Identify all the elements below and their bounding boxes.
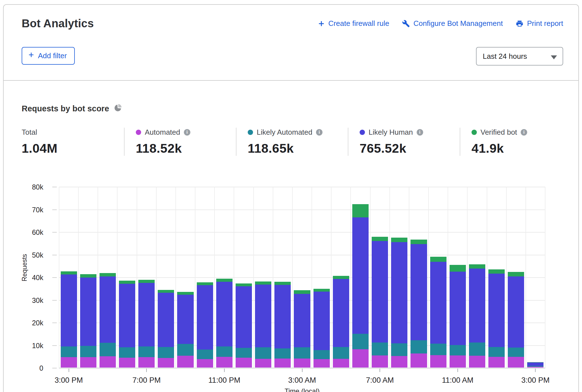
bar-segment-automated[interactable] xyxy=(119,358,135,368)
bar-300am[interactable] xyxy=(294,290,310,368)
bar-segment-automated[interactable] xyxy=(197,359,213,368)
bar-segment-likely-automated[interactable] xyxy=(138,346,155,357)
bar-segment-verified-bot[interactable] xyxy=(410,240,427,244)
bar-segment-likely-human[interactable] xyxy=(508,276,524,348)
bar-segment-likely-human[interactable] xyxy=(527,362,543,366)
bar-segment-verified-bot[interactable] xyxy=(469,264,485,269)
bar-segment-verified-bot[interactable] xyxy=(100,273,116,276)
bar-segment-automated[interactable] xyxy=(313,359,330,368)
bar-800am[interactable] xyxy=(391,238,407,368)
bar-segment-verified-bot[interactable] xyxy=(119,281,135,284)
bar-segment-automated[interactable] xyxy=(216,357,233,368)
bar-segment-verified-bot[interactable] xyxy=(391,238,407,242)
bar-segment-automated[interactable] xyxy=(352,349,369,368)
bar-400pm[interactable] xyxy=(80,274,96,368)
bar-segment-automated[interactable] xyxy=(80,357,96,368)
bar-segment-likely-automated[interactable] xyxy=(177,344,193,356)
bar-segment-automated[interactable] xyxy=(372,355,388,368)
bar-segment-automated[interactable] xyxy=(488,357,505,368)
add-filter-button[interactable]: Add filter xyxy=(22,47,75,65)
bar-segment-likely-human[interactable] xyxy=(469,269,485,343)
bar-1200am[interactable] xyxy=(236,283,252,368)
bar-segment-likely-human[interactable] xyxy=(80,278,96,346)
bar-segment-likely-automated[interactable] xyxy=(313,350,330,359)
bar-segment-verified-bot[interactable] xyxy=(216,279,233,281)
bar-segment-verified-bot[interactable] xyxy=(158,290,174,293)
bar-segment-likely-human[interactable] xyxy=(197,285,213,350)
time-range-select[interactable]: Last 24 hours xyxy=(476,47,563,66)
bar-segment-likely-human[interactable] xyxy=(61,274,77,346)
bar-segment-likely-human[interactable] xyxy=(119,284,135,347)
bar-100am[interactable] xyxy=(255,281,271,368)
bar-segment-likely-automated[interactable] xyxy=(430,344,446,355)
bar-segment-automated[interactable] xyxy=(274,359,291,368)
bar-segment-likely-human[interactable] xyxy=(236,286,252,348)
bar-segment-verified-bot[interactable] xyxy=(61,271,77,274)
bar-segment-verified-bot[interactable] xyxy=(333,276,349,279)
bar-1100am[interactable] xyxy=(450,265,466,368)
bar-segment-likely-human[interactable] xyxy=(372,241,388,343)
bar-segment-likely-automated[interactable] xyxy=(391,343,407,356)
bar-segment-likely-human[interactable] xyxy=(158,293,174,347)
bar-600am[interactable] xyxy=(352,204,369,368)
bar-1000pm[interactable] xyxy=(197,282,213,368)
bar-segment-likely-automated[interactable] xyxy=(294,347,310,358)
bar-segment-likely-automated[interactable] xyxy=(197,350,213,359)
bar-segment-likely-human[interactable] xyxy=(391,242,407,343)
bar-800pm[interactable] xyxy=(158,290,174,368)
bar-segment-automated[interactable] xyxy=(430,355,446,368)
bar-700pm[interactable] xyxy=(138,280,155,368)
bar-segment-likely-human[interactable] xyxy=(138,283,155,346)
bar-segment-likely-automated[interactable] xyxy=(236,348,252,358)
bar-segment-automated[interactable] xyxy=(527,367,543,368)
bar-segment-automated[interactable] xyxy=(410,353,427,368)
bar-segment-likely-automated[interactable] xyxy=(61,346,77,357)
bar-segment-verified-bot[interactable] xyxy=(236,283,252,286)
bar-segment-verified-bot[interactable] xyxy=(274,282,291,285)
bar-200am[interactable] xyxy=(274,282,291,368)
info-icon[interactable]: i xyxy=(184,129,190,136)
bar-segment-likely-human[interactable] xyxy=(177,295,193,344)
bar-segment-automated[interactable] xyxy=(255,359,271,368)
bar-segment-likely-human[interactable] xyxy=(333,279,349,347)
bar-segment-verified-bot[interactable] xyxy=(450,265,466,272)
bar-segment-likely-automated[interactable] xyxy=(488,347,505,357)
bar-segment-automated[interactable] xyxy=(391,356,407,368)
bar-segment-likely-human[interactable] xyxy=(294,294,310,348)
info-icon[interactable]: i xyxy=(316,129,322,136)
bar-segment-likely-human[interactable] xyxy=(100,276,116,343)
bar-segment-likely-automated[interactable] xyxy=(450,345,466,355)
bar-segment-verified-bot[interactable] xyxy=(508,272,524,277)
bar-segment-verified-bot[interactable] xyxy=(372,237,388,241)
bar-segment-likely-human[interactable] xyxy=(352,217,369,334)
bar-segment-likely-human[interactable] xyxy=(313,292,330,350)
bar-segment-likely-human[interactable] xyxy=(410,244,427,340)
bar-segment-automated[interactable] xyxy=(294,359,310,368)
bar-segment-verified-bot[interactable] xyxy=(294,290,310,294)
bar-segment-automated[interactable] xyxy=(333,359,349,368)
bar-segment-automated[interactable] xyxy=(158,358,174,368)
bar-700am[interactable] xyxy=(372,237,388,368)
bar-segment-likely-automated[interactable] xyxy=(80,346,96,357)
bar-segment-likely-automated[interactable] xyxy=(255,347,271,359)
bar-segment-likely-human[interactable] xyxy=(450,272,466,345)
bar-segment-likely-automated[interactable] xyxy=(508,348,524,357)
bar-200pm[interactable] xyxy=(508,272,524,368)
bar-segment-automated[interactable] xyxy=(469,356,485,368)
bar-segment-likely-automated[interactable] xyxy=(372,343,388,355)
bar-segment-likely-human[interactable] xyxy=(255,285,271,348)
bar-segment-automated[interactable] xyxy=(508,357,524,368)
bar-segment-likely-human[interactable] xyxy=(488,274,505,347)
bar-1000am[interactable] xyxy=(430,257,446,368)
print-report-link[interactable]: Print report xyxy=(516,19,563,28)
bar-segment-likely-automated[interactable] xyxy=(119,347,135,358)
bar-300pm[interactable] xyxy=(527,362,543,368)
bar-segment-likely-human[interactable] xyxy=(430,262,446,344)
bar-300pm[interactable] xyxy=(61,271,77,368)
bar-400am[interactable] xyxy=(313,289,330,368)
bar-segment-verified-bot[interactable] xyxy=(313,289,330,292)
bar-segment-verified-bot[interactable] xyxy=(430,257,446,262)
bar-segment-verified-bot[interactable] xyxy=(255,281,271,284)
bar-segment-automated[interactable] xyxy=(236,358,252,368)
bar-segment-likely-human[interactable] xyxy=(216,282,233,346)
